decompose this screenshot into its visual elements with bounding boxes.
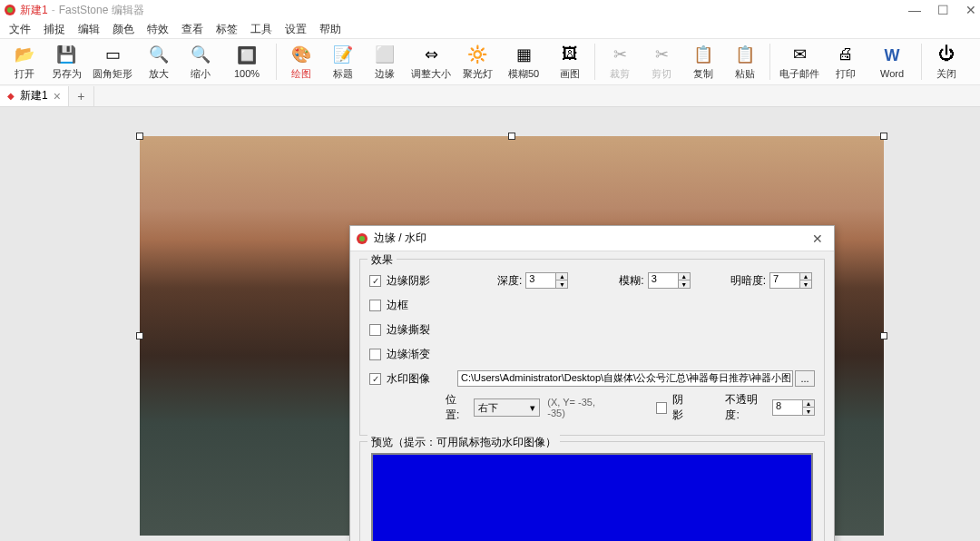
edge-shadow-checkbox[interactable]: ✓ [369, 275, 381, 287]
toolbar-zoom-100-button[interactable]: 🔲100% [221, 40, 272, 84]
menu-特效[interactable]: 特效 [147, 22, 169, 37]
menu-文件[interactable]: 文件 [9, 22, 31, 37]
dialog-titlebar[interactable]: 边缘 / 水印 ✕ [350, 226, 834, 251]
depth-label: 深度: [497, 273, 522, 289]
toolbar-rounded-rect-button[interactable]: ▭圆角矩形 [87, 40, 138, 84]
resize-handle[interactable] [136, 332, 143, 339]
depth-input[interactable]: 3 [525, 272, 556, 289]
toolbar-edge-button[interactable]: ⬜边缘 [364, 40, 406, 84]
menu-工具[interactable]: 工具 [250, 22, 272, 37]
minimize-button[interactable]: — [908, 3, 921, 17]
toolbar-save-as-button[interactable]: 💾另存为 [45, 40, 87, 84]
fade-checkbox[interactable] [369, 349, 381, 360]
paint-label: 画图 [560, 67, 580, 81]
depth-up[interactable]: ▲ [556, 273, 567, 280]
edge-icon: ⬜ [374, 44, 396, 65]
toolbar-zoom-in-button[interactable]: 🔍放大 [138, 40, 180, 84]
toolbar-resize-button[interactable]: ⇔调整大小 [406, 40, 456, 84]
position-select[interactable]: 右下▾ [474, 398, 540, 417]
watermark-path-input[interactable]: C:\Users\Administrator\Desktop\自媒体\公众号汇总… [457, 370, 793, 387]
close-button[interactable]: ✕ [965, 3, 976, 17]
menu-设置[interactable]: 设置 [285, 22, 307, 37]
fade-label: 边缘渐变 [387, 347, 430, 362]
dialog-close-button[interactable]: ✕ [807, 231, 828, 246]
toolbar-print-button[interactable]: 🖨打印 [825, 40, 867, 84]
tear-checkbox[interactable] [369, 324, 381, 336]
menu-捕捉[interactable]: 捕捉 [44, 22, 65, 37]
toolbar-paste-button[interactable]: 📋粘贴 [724, 40, 766, 84]
zoom-out-icon: 🔍 [190, 44, 211, 65]
dialog-title: 边缘 / 水印 [374, 231, 426, 246]
brightness-up[interactable]: ▲ [800, 273, 811, 280]
toolbar-email-button[interactable]: ✉电子邮件 [774, 40, 825, 84]
svg-point-1 [7, 7, 13, 13]
menu-标签[interactable]: 标签 [216, 22, 238, 37]
toolbar-separator [276, 44, 277, 80]
canvas[interactable]: 边缘 / 水印 ✕ 效果 ✓ 边缘阴影 深度: 3 ▲▼ 模糊: 3 ▲▼ [0, 107, 980, 541]
cut-label: 剪切 [652, 67, 671, 81]
brightness-down[interactable]: ▼ [800, 280, 811, 288]
draw-label: 绘图 [291, 67, 311, 81]
menubar: 文件捕捉编辑颜色特效查看标签工具设置帮助 [0, 20, 980, 38]
zoom-in-icon: 🔍 [148, 44, 170, 65]
maximize-button[interactable]: ☐ [937, 3, 949, 17]
email-label: 电子邮件 [779, 67, 819, 81]
print-icon: 🖨 [835, 44, 857, 65]
depth-down[interactable]: ▼ [556, 280, 567, 288]
window-titlebar: 新建1 - FastStone 编辑器 — ☐ ✕ [0, 0, 980, 20]
toolbar-copy-button[interactable]: 📋复制 [682, 40, 724, 84]
opacity-up[interactable]: ▲ [803, 400, 814, 408]
app-name: FastStone 编辑器 [59, 3, 144, 18]
toolbar-separator [769, 44, 770, 80]
blur-icon: ▦ [513, 44, 534, 65]
preview-canvas[interactable]: 神 [371, 453, 813, 541]
resize-handle[interactable] [136, 133, 143, 140]
brightness-input[interactable]: 7 [769, 272, 800, 289]
menu-查看[interactable]: 查看 [181, 22, 203, 37]
menu-颜色[interactable]: 颜色 [113, 22, 134, 37]
toolbar-blur-button[interactable]: ▦模糊50 [498, 40, 549, 84]
shadow-checkbox[interactable] [656, 402, 667, 414]
shadow-label: 阴影 [672, 392, 692, 423]
zoom-100-icon: 🔲 [236, 44, 258, 66]
email-icon: ✉ [789, 44, 810, 65]
preview-legend: 预览（提示：可用鼠标拖动水印图像） [368, 435, 560, 450]
toolbar-open-button[interactable]: 📂打开 [4, 40, 45, 84]
save-as-icon: 💾 [55, 44, 77, 65]
toolbar-zoom-out-button[interactable]: 🔍缩小 [180, 40, 221, 84]
blur-input[interactable]: 3 [648, 272, 679, 289]
watermark-checkbox[interactable]: ✓ [369, 373, 381, 385]
blur-up[interactable]: ▲ [679, 273, 690, 280]
brightness-label: 明暗度: [730, 273, 766, 289]
blur-label: 模糊50 [508, 67, 539, 81]
resize-handle[interactable] [880, 332, 887, 339]
toolbar-close-button[interactable]: ⏻关闭 [926, 40, 967, 84]
draw-icon: 🎨 [290, 44, 312, 65]
word-label: Word [880, 68, 904, 79]
tab-modified-icon: ◆ [7, 91, 15, 101]
resize-label: 调整大小 [411, 67, 451, 81]
toolbar-caption-button[interactable]: 📝标题 [322, 40, 364, 84]
opacity-down[interactable]: ▼ [803, 408, 814, 415]
tab-add-button[interactable]: + [69, 86, 94, 106]
border-checkbox[interactable] [369, 300, 381, 311]
watermark-label: 水印图像 [387, 371, 430, 387]
toolbar-draw-button[interactable]: 🎨绘图 [280, 40, 322, 84]
opacity-input[interactable]: 8 [772, 399, 803, 416]
toolbar-word-button[interactable]: WWord [867, 40, 917, 84]
menu-编辑[interactable]: 编辑 [78, 22, 100, 37]
document-tab[interactable]: ◆ 新建1 × [0, 86, 69, 106]
spotlight-icon: 🔆 [466, 44, 488, 65]
resize-handle[interactable] [508, 133, 515, 140]
menu-帮助[interactable]: 帮助 [319, 22, 341, 37]
browse-button[interactable]: ... [795, 370, 815, 387]
toolbar-spotlight-button[interactable]: 🔆聚光灯 [456, 40, 498, 84]
blur-down[interactable]: ▼ [679, 280, 690, 288]
word-icon: W [881, 44, 903, 66]
resize-handle[interactable] [880, 133, 887, 140]
crop-label: 裁剪 [610, 67, 630, 81]
effects-fieldset: 效果 ✓ 边缘阴影 深度: 3 ▲▼ 模糊: 3 ▲▼ 明暗度: [359, 259, 825, 436]
zoom-100-label: 100% [234, 68, 260, 79]
toolbar-paint-button[interactable]: 🖼画图 [549, 40, 591, 84]
tab-close-icon[interactable]: × [54, 89, 61, 103]
